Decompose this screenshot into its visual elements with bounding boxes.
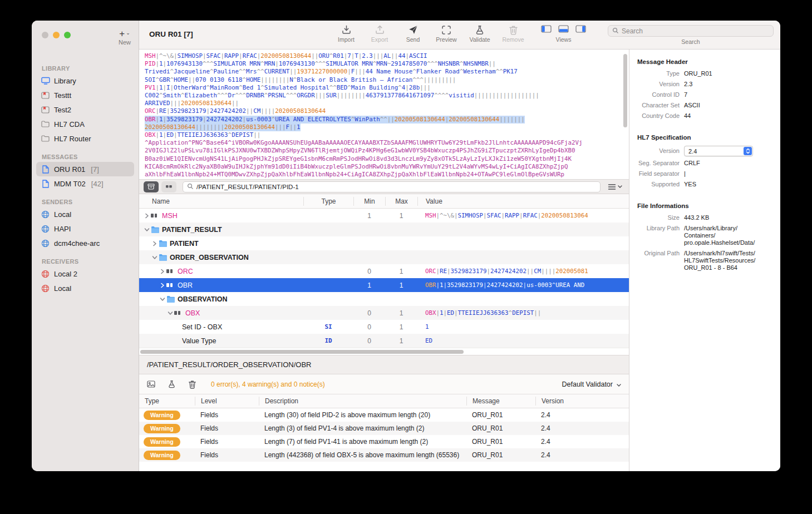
disclosure-down-icon[interactable] (166, 311, 174, 315)
toolbar-search-field[interactable]: Search (608, 25, 774, 37)
tree-cell-value: ORC|RE|3529823179|2427424202||CM||||2020… (417, 268, 629, 275)
editor-line: C002^Smith^Elizabeth^^^Dr^^^DRNBR^PRSNL^… (145, 92, 621, 100)
inspector-label: Control ID (637, 91, 684, 98)
issue-row[interactable]: WarningFieldsLength (442368) of field OB… (139, 448, 629, 462)
display-options-button[interactable] (607, 184, 623, 190)
tree-table-body: MSH11MSH|^~\&|SIMHOSP|SFAC|RAPP|RFAC|202… (139, 209, 629, 348)
issue-row[interactable]: WarningFieldsLength (30) of field PID-2 … (139, 408, 629, 422)
tree-cell-value: OBX|1|ED|TTEIIEJJ636363^DEPIST|| (417, 309, 629, 317)
tree-row-msh[interactable]: MSH11MSH|^~\&|SIMHOSP|SFAC|RAPP|RFAC|202… (139, 209, 629, 223)
view-right-panel-icon[interactable] (575, 25, 586, 35)
issue-description-cell: Length (3) of field PV1-4 is above maxim… (259, 424, 466, 432)
horizontal-scrollbar[interactable] (139, 348, 629, 355)
issue-version-cell: 2.4 (535, 438, 629, 446)
sidebar-item-hapi[interactable]: HAPI (36, 221, 134, 236)
disclosure-right-icon[interactable] (150, 241, 159, 246)
inspector-value: YES (684, 181, 769, 188)
disclosure-down-icon[interactable] (150, 255, 159, 260)
message-editor[interactable]: MSH|^~\&|SIMHOSP|SFAC|RAPP|RFAC|20200508… (139, 50, 629, 179)
tree-column-type[interactable]: Type (303, 197, 353, 206)
sidebar-item-label: ORU R01 (54, 165, 85, 174)
inspector-label: Type (637, 70, 684, 77)
sidebar-item-hl7-cda[interactable]: HL7 CDA (36, 117, 134, 131)
view-left-panel-icon[interactable] (541, 25, 552, 35)
issues-column-level[interactable]: Level (195, 397, 259, 406)
sidebar-item-local-2[interactable]: Local 2 (36, 266, 134, 281)
inspector-row-library-path: Library Path/Users/nark/Library/ Contain… (637, 225, 775, 246)
issues-column-version[interactable]: Version (535, 397, 629, 406)
sidebar-item-hl7-router[interactable]: HL7 Router (36, 131, 134, 146)
folder-icon (159, 240, 170, 247)
editor-line: OBX|1|ED|TTEIIEJJ636363^DEPIST|| (145, 131, 621, 139)
disclosure-right-icon[interactable] (142, 213, 151, 219)
grouped-view-button[interactable] (144, 181, 159, 192)
tree-row-obx[interactable]: OBX01OBX|1|ED|TTEIIEJJ636363^DEPIST|| (139, 306, 629, 320)
search-placeholder: Search (622, 27, 643, 35)
inspector-value: ORU_R01 (684, 70, 769, 77)
send-button[interactable]: Send (401, 24, 425, 43)
disclosure-down-icon[interactable] (142, 228, 151, 232)
tree-column-min[interactable]: Min (353, 197, 385, 206)
zoom-window-button[interactable] (64, 32, 71, 38)
issue-row[interactable]: WarningFieldsLength (3) of field PV1-4 i… (139, 422, 629, 435)
inspector-row-version: Version2.4 (637, 146, 775, 156)
send-icon (408, 24, 419, 35)
flat-view-button[interactable] (161, 181, 176, 192)
sidebar-item-test2[interactable]: Test2 (36, 102, 134, 117)
tree-search-field[interactable]: /PATIENT_RESULT/PATIENT/PID-1 (183, 181, 601, 192)
trash-icon[interactable] (188, 380, 196, 389)
disclosure-right-icon[interactable] (158, 283, 166, 288)
tree-row-patient-result[interactable]: PATIENT_RESULT (139, 223, 629, 236)
editor-scrollbar[interactable] (623, 54, 627, 127)
disclosure-down-icon[interactable] (158, 297, 166, 302)
issue-message-cell: ORU_R01 (466, 451, 535, 459)
issues-column-type[interactable]: Type (139, 397, 195, 406)
inspector-label: Seg. Separator (637, 160, 684, 167)
sidebar-item-testtt[interactable]: Testtt (36, 88, 134, 102)
tree-cell-min: 1 (353, 212, 385, 220)
tree-row-order-observation[interactable]: ORDER_OBSERVATION (139, 250, 629, 264)
report-icon[interactable] (147, 380, 155, 388)
scrollbar-thumb[interactable] (140, 350, 464, 354)
disclosure-right-icon[interactable] (158, 269, 166, 274)
sidebar-item-local[interactable]: Local (36, 207, 134, 221)
issues-column-message[interactable]: Message (466, 397, 535, 406)
validate-button[interactable]: Validate (467, 24, 492, 43)
tree-column-name[interactable]: Name (139, 197, 303, 206)
tree-row-obr[interactable]: OBR11OBR|1|3529823179|2427424202|us-0003… (139, 278, 629, 292)
sidebar-item-library[interactable]: Library (36, 73, 134, 88)
sidebar-item-mdm-t02[interactable]: MDM T02[42] (36, 176, 134, 191)
tree-row-observation[interactable]: OBSERVATION (139, 292, 629, 306)
tree-cell-value: 1 (417, 323, 629, 330)
sidebar-item-count: [7] (91, 165, 99, 174)
minimize-window-button[interactable] (53, 32, 60, 38)
issue-row[interactable]: WarningFieldsLength (7) of field PV1-41 … (139, 435, 629, 448)
editor-line: PID|1|1076943130^^^SIMULATOR MRN^MRN|107… (145, 60, 621, 68)
globe-blue-icon (41, 239, 50, 248)
doc-icon (41, 165, 50, 174)
validator-select[interactable]: Default Validator (562, 380, 622, 388)
preview-button[interactable]: Preview (434, 24, 459, 43)
import-icon (341, 24, 352, 35)
view-bottom-panel-icon[interactable] (558, 25, 569, 35)
tree-row-orc[interactable]: ORC01ORC|RE|3529823179|2427424202||CM|||… (139, 264, 629, 278)
hl7-version-select[interactable]: 2.4 (684, 146, 753, 156)
tree-column-max[interactable]: Max (385, 197, 417, 206)
new-button[interactable]: +⌄ New (119, 28, 131, 46)
tree-row-set-id-obx[interactable]: Set ID - OBXSI011 (139, 320, 629, 334)
validate-icon[interactable] (168, 380, 176, 388)
sidebar-item-local[interactable]: Local (36, 281, 134, 295)
views-toggle-group: Views (541, 24, 586, 43)
issues-column-description[interactable]: Description (259, 397, 466, 406)
import-button[interactable]: Import (334, 24, 358, 43)
inspector-label: Field separator (637, 170, 684, 177)
sidebar-item-oru-r01[interactable]: ORU R01[7] (36, 162, 134, 176)
tree-cell-value: MSH|^~\&|SIMHOSP|SFAC|RAPP|RFAC|20200508… (417, 212, 629, 219)
sidebar-item-dcm4chee-arc[interactable]: dcm4chee-arc (36, 236, 134, 250)
tree-column-value[interactable]: Value (417, 197, 629, 206)
issues-table-body: WarningFieldsLength (30) of field PID-2 … (139, 408, 629, 462)
close-window-button[interactable] (42, 32, 48, 38)
tree-row-value-type[interactable]: Value TypeID01ED (139, 334, 629, 348)
tree-cell-max: 1 (385, 212, 417, 220)
tree-row-patient[interactable]: PATIENT (139, 236, 629, 250)
